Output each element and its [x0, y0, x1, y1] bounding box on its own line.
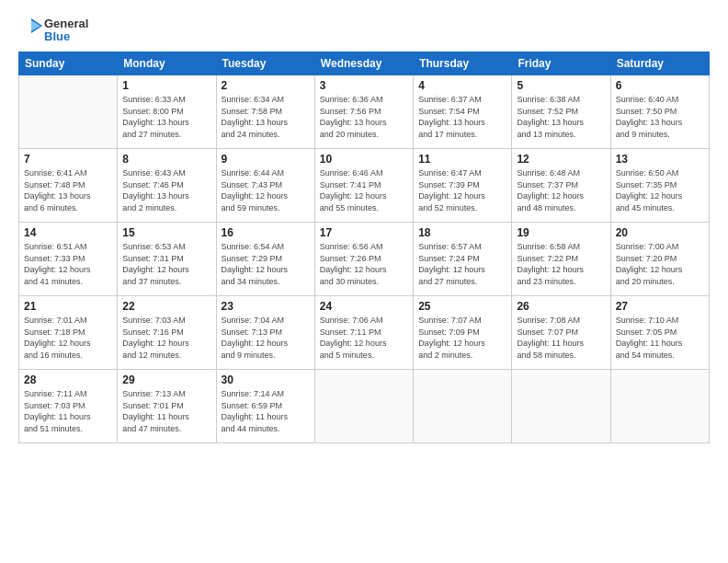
day-number: 15: [122, 226, 210, 239]
calendar-cell: 19Sunrise: 6:58 AMSunset: 7:22 PMDayligh…: [512, 223, 610, 296]
weekday-header-sunday: Sunday: [19, 52, 118, 75]
day-info: Sunrise: 7:03 AMSunset: 7:16 PMDaylight:…: [122, 315, 210, 361]
day-info: Sunrise: 6:54 AMSunset: 7:29 PMDaylight:…: [222, 241, 310, 287]
day-info: Sunrise: 6:40 AMSunset: 7:50 PMDaylight:…: [616, 94, 704, 140]
day-info: Sunrise: 6:57 AMSunset: 7:24 PMDaylight:…: [418, 241, 506, 287]
calendar-cell: 23Sunrise: 7:04 AMSunset: 7:13 PMDayligh…: [216, 296, 314, 370]
day-info: Sunrise: 7:13 AMSunset: 7:01 PMDaylight:…: [122, 388, 210, 434]
weekday-header-friday: Friday: [512, 52, 610, 75]
calendar-cell: 6Sunrise: 6:40 AMSunset: 7:50 PMDaylight…: [610, 75, 709, 149]
day-number: 23: [222, 300, 310, 313]
logo-bird-icon: [18, 17, 42, 44]
day-number: 14: [24, 226, 112, 239]
day-number: 2: [222, 79, 310, 92]
day-info: Sunrise: 6:47 AMSunset: 7:39 PMDaylight:…: [418, 167, 506, 213]
week-row-5: 28Sunrise: 7:11 AMSunset: 7:03 PMDayligh…: [19, 370, 710, 443]
header: General Blue: [18, 17, 710, 44]
day-info: Sunrise: 6:37 AMSunset: 7:54 PMDaylight:…: [418, 94, 506, 140]
day-number: 27: [616, 300, 704, 313]
day-number: 3: [320, 79, 408, 92]
calendar-cell: [19, 75, 118, 149]
week-row-1: 1Sunrise: 6:33 AMSunset: 8:00 PMDaylight…: [19, 75, 710, 149]
calendar: SundayMondayTuesdayWednesdayThursdayFrid…: [18, 52, 710, 443]
day-info: Sunrise: 6:33 AMSunset: 8:00 PMDaylight:…: [122, 94, 210, 140]
calendar-cell: 24Sunrise: 7:06 AMSunset: 7:11 PMDayligh…: [314, 296, 413, 370]
calendar-cell: 9Sunrise: 6:44 AMSunset: 7:43 PMDaylight…: [216, 149, 314, 223]
logo-blue-text: Blue: [44, 30, 88, 43]
calendar-cell: 2Sunrise: 6:34 AMSunset: 7:58 PMDaylight…: [216, 75, 314, 149]
day-number: 16: [222, 226, 310, 239]
calendar-cell: 11Sunrise: 6:47 AMSunset: 7:39 PMDayligh…: [414, 149, 512, 223]
calendar-cell: 10Sunrise: 6:46 AMSunset: 7:41 PMDayligh…: [314, 149, 413, 223]
calendar-cell: 7Sunrise: 6:41 AMSunset: 7:48 PMDaylight…: [19, 149, 118, 223]
day-info: Sunrise: 7:01 AMSunset: 7:18 PMDaylight:…: [24, 315, 112, 361]
day-info: Sunrise: 6:36 AMSunset: 7:56 PMDaylight:…: [320, 94, 408, 140]
day-number: 1: [122, 79, 210, 92]
calendar-cell: 22Sunrise: 7:03 AMSunset: 7:16 PMDayligh…: [118, 296, 216, 370]
day-number: 25: [418, 300, 506, 313]
day-number: 28: [24, 373, 112, 386]
day-number: 5: [517, 79, 605, 92]
day-number: 4: [418, 79, 506, 92]
day-info: Sunrise: 6:50 AMSunset: 7:35 PMDaylight:…: [616, 167, 704, 213]
day-number: 12: [517, 153, 605, 166]
day-info: Sunrise: 6:48 AMSunset: 7:37 PMDaylight:…: [517, 167, 605, 213]
calendar-cell: 8Sunrise: 6:43 AMSunset: 7:46 PMDaylight…: [118, 149, 216, 223]
logo: General Blue: [18, 17, 88, 44]
calendar-cell: [414, 370, 512, 443]
day-number: 9: [222, 153, 310, 166]
calendar-cell: 15Sunrise: 6:53 AMSunset: 7:31 PMDayligh…: [118, 223, 216, 296]
day-number: 11: [418, 153, 506, 166]
calendar-cell: 12Sunrise: 6:48 AMSunset: 7:37 PMDayligh…: [512, 149, 610, 223]
logo-general-text: General: [44, 17, 88, 30]
day-number: 6: [616, 79, 704, 92]
calendar-cell: 25Sunrise: 7:07 AMSunset: 7:09 PMDayligh…: [414, 296, 512, 370]
calendar-cell: 26Sunrise: 7:08 AMSunset: 7:07 PMDayligh…: [512, 296, 610, 370]
day-info: Sunrise: 7:06 AMSunset: 7:11 PMDaylight:…: [320, 315, 408, 361]
calendar-cell: 14Sunrise: 6:51 AMSunset: 7:33 PMDayligh…: [19, 223, 118, 296]
page: General Blue SundayMondayTuesdayWednesda…: [0, 0, 728, 563]
calendar-cell: 13Sunrise: 6:50 AMSunset: 7:35 PMDayligh…: [610, 149, 709, 223]
calendar-cell: [512, 370, 610, 443]
day-info: Sunrise: 7:08 AMSunset: 7:07 PMDaylight:…: [517, 315, 605, 361]
calendar-cell: 3Sunrise: 6:36 AMSunset: 7:56 PMDaylight…: [314, 75, 413, 149]
day-number: 22: [122, 300, 210, 313]
day-info: Sunrise: 6:46 AMSunset: 7:41 PMDaylight:…: [320, 167, 408, 213]
day-number: 21: [24, 300, 112, 313]
week-row-4: 21Sunrise: 7:01 AMSunset: 7:18 PMDayligh…: [19, 296, 710, 370]
calendar-cell: 5Sunrise: 6:38 AMSunset: 7:52 PMDaylight…: [512, 75, 610, 149]
day-number: 10: [320, 153, 408, 166]
day-info: Sunrise: 7:14 AMSunset: 6:59 PMDaylight:…: [222, 388, 310, 434]
calendar-cell: 4Sunrise: 6:37 AMSunset: 7:54 PMDaylight…: [414, 75, 512, 149]
calendar-cell: 21Sunrise: 7:01 AMSunset: 7:18 PMDayligh…: [19, 296, 118, 370]
calendar-cell: 29Sunrise: 7:13 AMSunset: 7:01 PMDayligh…: [118, 370, 216, 443]
day-info: Sunrise: 6:44 AMSunset: 7:43 PMDaylight:…: [222, 167, 310, 213]
day-info: Sunrise: 7:10 AMSunset: 7:05 PMDaylight:…: [616, 315, 704, 361]
day-info: Sunrise: 7:07 AMSunset: 7:09 PMDaylight:…: [418, 315, 506, 361]
day-info: Sunrise: 7:11 AMSunset: 7:03 PMDaylight:…: [24, 388, 112, 434]
day-info: Sunrise: 6:58 AMSunset: 7:22 PMDaylight:…: [517, 241, 605, 287]
weekday-header-monday: Monday: [118, 52, 216, 75]
weekday-header-row: SundayMondayTuesdayWednesdayThursdayFrid…: [19, 52, 710, 75]
calendar-cell: 1Sunrise: 6:33 AMSunset: 8:00 PMDaylight…: [118, 75, 216, 149]
weekday-header-tuesday: Tuesday: [216, 52, 314, 75]
day-number: 19: [517, 226, 605, 239]
day-number: 20: [616, 226, 704, 239]
calendar-cell: 28Sunrise: 7:11 AMSunset: 7:03 PMDayligh…: [19, 370, 118, 443]
week-row-2: 7Sunrise: 6:41 AMSunset: 7:48 PMDaylight…: [19, 149, 710, 223]
day-number: 24: [320, 300, 408, 313]
weekday-header-thursday: Thursday: [414, 52, 512, 75]
day-number: 17: [320, 226, 408, 239]
day-number: 8: [122, 153, 210, 166]
day-info: Sunrise: 7:00 AMSunset: 7:20 PMDaylight:…: [616, 241, 704, 287]
calendar-cell: [610, 370, 709, 443]
day-info: Sunrise: 7:04 AMSunset: 7:13 PMDaylight:…: [222, 315, 310, 361]
calendar-cell: 18Sunrise: 6:57 AMSunset: 7:24 PMDayligh…: [414, 223, 512, 296]
day-info: Sunrise: 6:41 AMSunset: 7:48 PMDaylight:…: [24, 167, 112, 213]
day-info: Sunrise: 6:34 AMSunset: 7:58 PMDaylight:…: [222, 94, 310, 140]
day-number: 18: [418, 226, 506, 239]
day-number: 30: [222, 373, 310, 386]
calendar-cell: 20Sunrise: 7:00 AMSunset: 7:20 PMDayligh…: [610, 223, 709, 296]
weekday-header-saturday: Saturday: [610, 52, 709, 75]
day-info: Sunrise: 6:38 AMSunset: 7:52 PMDaylight:…: [517, 94, 605, 140]
